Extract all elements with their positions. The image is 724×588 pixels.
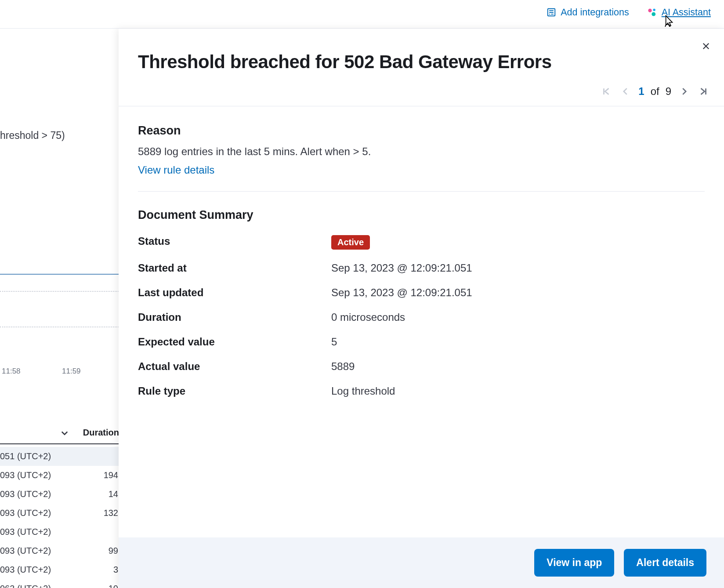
svg-point-3 bbox=[653, 9, 655, 11]
duration-label: Duration bbox=[138, 311, 331, 323]
chevron-right-icon bbox=[679, 87, 689, 96]
last-updated-label: Last updated bbox=[138, 287, 331, 299]
table-row[interactable]: 093 (UTC+2)132 bbox=[0, 504, 119, 523]
svg-point-4 bbox=[652, 12, 655, 16]
reason-text: 5889 log entries in the last 5 mins. Ale… bbox=[138, 145, 705, 158]
last-updated-value: Sep 13, 2023 @ 12:09:21.051 bbox=[331, 287, 705, 299]
axis-tick: 11:59 bbox=[62, 367, 81, 376]
table-row[interactable]: 051 (UTC+2) bbox=[0, 447, 119, 466]
chevron-left-icon bbox=[621, 87, 630, 96]
add-integrations-label: Add integrations bbox=[561, 7, 629, 18]
flyout-footer: View in app Alert details bbox=[119, 537, 724, 588]
table-row[interactable]: 093 (UTC+2)14 bbox=[0, 485, 119, 504]
pager-current: 1 bbox=[638, 85, 644, 98]
summary-heading: Document Summary bbox=[138, 208, 705, 222]
chevron-down-icon bbox=[60, 428, 69, 437]
next-page-button[interactable] bbox=[677, 85, 691, 98]
reason-heading: Reason bbox=[138, 124, 705, 138]
status-value: Active bbox=[331, 235, 705, 250]
alert-flyout: Threshold breached for 502 Bad Gateway E… bbox=[119, 29, 724, 588]
plugin-icon bbox=[547, 7, 556, 17]
rule-type-label: Rule type bbox=[138, 385, 331, 397]
ai-assistant-icon bbox=[648, 7, 657, 17]
alert-details-button[interactable]: Alert details bbox=[624, 549, 706, 577]
svg-point-2 bbox=[648, 9, 652, 12]
close-icon bbox=[702, 42, 710, 51]
svg-point-1 bbox=[549, 14, 550, 15]
chart-gridline bbox=[0, 291, 119, 292]
background-content: hreshold > 75) 11:58 11:59 Duration 051 … bbox=[0, 29, 119, 588]
table-row[interactable]: 093 (UTC+2)3 bbox=[0, 560, 119, 579]
view-in-app-button[interactable]: View in app bbox=[534, 549, 614, 577]
status-label: Status bbox=[138, 235, 331, 250]
first-page-icon bbox=[601, 87, 611, 96]
table-row[interactable]: 063 (UTC+2)10 bbox=[0, 579, 119, 588]
prev-page-button[interactable] bbox=[619, 85, 632, 98]
chart-gridline bbox=[0, 327, 119, 327]
ai-assistant-label: AI Assistant bbox=[662, 7, 711, 18]
actual-value: 5889 bbox=[331, 360, 705, 373]
close-button[interactable] bbox=[699, 40, 713, 53]
rule-name-fragment: hreshold > 75) bbox=[0, 29, 119, 142]
axis-tick: 11:58 bbox=[2, 367, 21, 376]
table-row[interactable]: 093 (UTC+2)194 bbox=[0, 466, 119, 485]
status-badge: Active bbox=[331, 235, 370, 250]
column-header-duration: Duration bbox=[83, 428, 119, 438]
duration-value: 0 microseconds bbox=[331, 311, 705, 323]
rule-type-value: Log threshold bbox=[331, 385, 705, 397]
started-at-value: Sep 13, 2023 @ 12:09:21.051 bbox=[331, 262, 705, 274]
flyout-title: Threshold breached for 502 Bad Gateway E… bbox=[119, 29, 724, 73]
pagination: 1 of 9 bbox=[119, 73, 724, 106]
expected-value: 5 bbox=[331, 336, 705, 348]
pager-of: of bbox=[651, 85, 659, 98]
chart-line bbox=[0, 274, 119, 275]
pager-total: 9 bbox=[666, 85, 671, 98]
actual-value-label: Actual value bbox=[138, 360, 331, 373]
last-page-icon bbox=[699, 87, 708, 96]
started-at-label: Started at bbox=[138, 262, 331, 274]
first-page-button[interactable] bbox=[600, 85, 613, 98]
divider bbox=[138, 191, 705, 192]
summary-table: Status Active Started at Sep 13, 2023 @ … bbox=[138, 235, 705, 397]
table-row[interactable]: 093 (UTC+2) bbox=[0, 523, 119, 541]
table-header[interactable]: Duration bbox=[0, 428, 119, 444]
table-body: 051 (UTC+2) 093 (UTC+2)194 093 (UTC+2)14… bbox=[0, 447, 119, 588]
view-rule-details-link[interactable]: View rule details bbox=[138, 164, 214, 176]
table-row[interactable]: 093 (UTC+2)99 bbox=[0, 541, 119, 560]
last-page-button[interactable] bbox=[697, 85, 710, 98]
add-integrations-link[interactable]: Add integrations bbox=[547, 7, 629, 18]
expected-value-label: Expected value bbox=[138, 336, 331, 348]
flyout-body: Reason 5889 log entries in the last 5 mi… bbox=[119, 106, 724, 537]
top-bar: Add integrations AI Assistant bbox=[0, 0, 724, 29]
ai-assistant-link[interactable]: AI Assistant bbox=[648, 7, 711, 18]
